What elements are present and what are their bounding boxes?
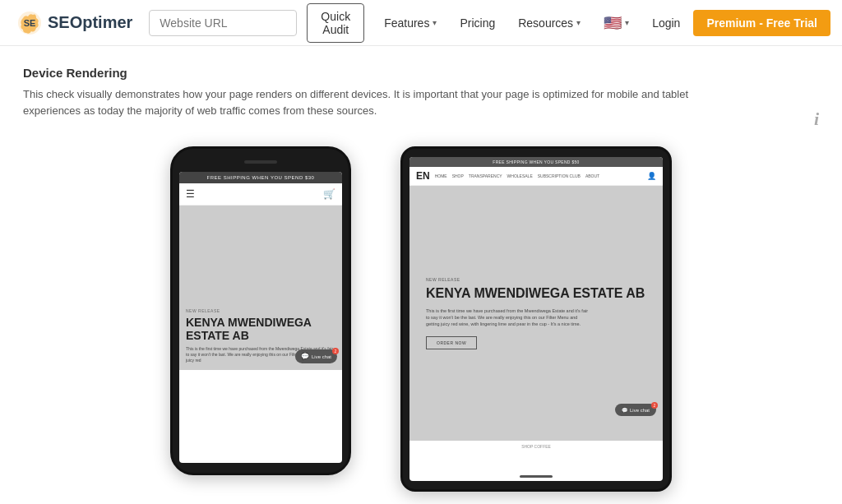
phone-nav: ☰ 🛒 — [179, 183, 342, 206]
order-now-button: ORDER NOW — [426, 336, 477, 349]
tablet-logo: EN — [416, 170, 430, 182]
tablet-hero: NEW RELEASE KENYA MWENDIWEGA ESTATE AB T… — [409, 186, 663, 441]
tablet-user-icon: 👤 — [647, 172, 656, 180]
phone-hero: NEW RELEASE KENYA MWENDIWEGA ESTATE AB T… — [179, 206, 342, 370]
url-input[interactable] — [149, 10, 297, 36]
phone-banner: FREE SHIPPING WHEN YOU SPEND $30 — [179, 172, 342, 183]
tablet-hero-title: KENYA MWENDIWEGA ESTATE AB — [426, 286, 646, 301]
logo-icon: SE — [16, 10, 43, 36]
nav-flag[interactable]: 🇺🇸 ▾ — [594, 7, 639, 39]
tablet-nav-shop: SHOP — [452, 173, 464, 178]
chevron-down-icon: ▾ — [625, 18, 629, 27]
svg-text:SE: SE — [24, 18, 36, 28]
info-icon-wrap: i — [814, 109, 819, 130]
tablet-nav-links: HOME SHOP TRANSPARENCY WHOLESALE SUBSCRI… — [435, 173, 642, 178]
live-chat-label: Live chat — [312, 354, 331, 359]
tablet-nav-subscription: SUBSCRIPTION CLUB — [538, 173, 581, 178]
phone-hero-label: NEW RELEASE — [186, 308, 335, 313]
chevron-down-icon: ▾ — [576, 18, 581, 27]
phone-frame: FREE SHIPPING WHEN YOU SPEND $30 ☰ 🛒 NEW… — [170, 146, 351, 475]
cart-icon: 🛒 — [323, 188, 335, 200]
devices-area: FREE SHIPPING WHEN YOU SPEND $30 ☰ 🛒 NEW… — [23, 138, 819, 500]
nav-pricing[interactable]: Pricing — [450, 10, 505, 36]
section-title: Device Rendering — [23, 66, 819, 80]
chat-icon: 💬 — [301, 353, 309, 360]
tablet-chat-icon: 💬 — [622, 407, 627, 413]
phone-top-bar — [179, 155, 342, 169]
nav-resources[interactable]: Resources ▾ — [508, 10, 590, 36]
phone-live-chat-badge: 💬 Live chat 2 — [295, 349, 337, 363]
phone-speaker — [244, 160, 277, 164]
tablet-nav-about: ABOUT — [585, 173, 599, 178]
phone-device: FREE SHIPPING WHEN YOU SPEND $30 ☰ 🛒 NEW… — [170, 146, 351, 475]
chevron-down-icon: ▾ — [433, 18, 437, 27]
tablet-live-chat-badge: 💬 Live chat 2 — [615, 404, 656, 416]
tablet-device: FREE SHIPPING WHEN YOU SPEND $50 EN HOME… — [400, 146, 672, 492]
flag-icon: 🇺🇸 — [604, 14, 622, 32]
premium-button[interactable]: Premium - Free Trial — [693, 10, 830, 36]
tablet-hero-label: NEW RELEASE — [426, 277, 646, 282]
nav-features[interactable]: Features ▾ — [374, 10, 446, 36]
tablet-nav: EN HOME SHOP TRANSPARENCY WHOLESALE SUBS… — [409, 167, 663, 186]
logo-text: SEOptimer — [48, 13, 132, 32]
header: SE SEOptimer Quick Audit Features ▾ Pric… — [0, 0, 842, 46]
tablet-bottom-text: SHOP COFFEE — [409, 441, 663, 452]
phone-hero-title: KENYA MWENDIWEGA ESTATE AB — [186, 316, 335, 342]
section-description: This check visually demonstrates how you… — [23, 86, 722, 118]
hamburger-icon: ☰ — [186, 188, 195, 200]
main-nav: Features ▾ Pricing Resources ▾ 🇺🇸 ▾ Logi… — [374, 7, 830, 39]
main-content: i Device Rendering This check visually d… — [0, 46, 842, 504]
tablet-home-indicator — [520, 475, 553, 478]
tablet-screen: FREE SHIPPING WHEN YOU SPEND $50 EN HOME… — [409, 157, 663, 481]
chat-notification-dot: 2 — [332, 348, 339, 354]
tablet-chat-dot: 2 — [651, 402, 658, 409]
phone-screen: FREE SHIPPING WHEN YOU SPEND $30 ☰ 🛒 NEW… — [179, 172, 342, 463]
tablet-nav-transparency: TRANSPARENCY — [469, 173, 502, 178]
logo[interactable]: SE SEOptimer — [16, 10, 132, 36]
tablet-nav-wholesale: WHOLESALE — [507, 173, 533, 178]
tablet-live-chat-label: Live chat — [630, 408, 650, 413]
login-button[interactable]: Login — [642, 10, 690, 36]
tablet-banner: FREE SHIPPING WHEN YOU SPEND $50 — [409, 157, 663, 167]
info-icon: i — [814, 109, 819, 129]
tablet-nav-home: HOME — [435, 173, 447, 178]
quick-audit-button[interactable]: Quick Audit — [307, 3, 364, 43]
tablet-hero-text: This is the first time we have purchased… — [426, 307, 590, 328]
